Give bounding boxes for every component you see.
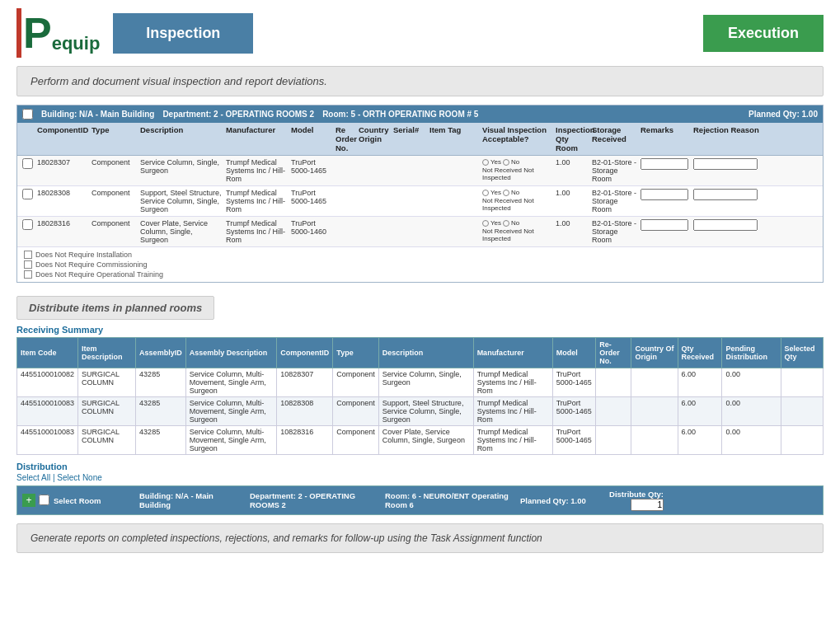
note-checkbox-1[interactable]: [24, 251, 32, 259]
recv-component-id-2: 10828316: [277, 426, 333, 455]
comp-remarks-2[interactable]: [641, 189, 690, 200]
recv-col-desc: Description: [378, 338, 473, 368]
radio-no-2[interactable]: [503, 190, 509, 196]
note-1: Does Not Require Installation: [24, 251, 816, 259]
logo-bar: [16, 8, 21, 58]
row-checkbox-3[interactable]: [22, 219, 34, 232]
comp-remarks-1[interactable]: [641, 158, 690, 170]
comp-id-1: 18028307: [37, 158, 88, 166]
recv-component-id-0: 10828307: [277, 368, 333, 397]
dist-checkbox[interactable]: [39, 495, 49, 505]
comp-type-3: Component: [92, 219, 137, 227]
col-componentid: ComponentID: [37, 125, 88, 152]
recv-col-component-id: ComponentID: [277, 338, 333, 368]
recv-country-1: [631, 397, 678, 426]
distribution-title: Distribution: [16, 462, 824, 471]
recv-assembly-desc-2: Service Column, Multi-Movement, Single A…: [185, 426, 277, 455]
note-checkbox-2[interactable]: [24, 260, 32, 269]
recv-col-mfr: Manufacturer: [473, 338, 552, 368]
radio-yes-3[interactable]: [482, 220, 489, 227]
distribute-title: Distribute items in planned rooms: [29, 302, 202, 314]
comp-rejection-1[interactable]: [693, 158, 759, 170]
description-2: Generate reports on completed inspection…: [16, 523, 824, 553]
radio-yes-2[interactable]: [482, 190, 489, 196]
recv-assembly-id-2: 43285: [136, 426, 186, 455]
recv-selected-1: [781, 397, 823, 426]
recv-model-0: TruPort 5000-1465: [552, 368, 596, 397]
distribute-desc-box: Distribute items in planned rooms: [16, 296, 214, 320]
recv-desc-2: Cover Plate, Service Column, Single, Sur…: [378, 426, 473, 455]
note-checkbox-3[interactable]: [24, 270, 32, 279]
recv-pending-0: 0.00: [722, 368, 781, 397]
recv-status-2: Not Received Not Inspected: [482, 197, 552, 212]
select-all-checkbox[interactable]: [22, 109, 33, 120]
select-none-link[interactable]: Select None: [57, 473, 101, 482]
recv-country-2: [631, 426, 678, 455]
recv-reorder-1: [596, 397, 631, 426]
row-checkbox-2[interactable]: [22, 189, 34, 201]
recv-item-code-0: 4455100010082: [17, 368, 78, 397]
recv-col-assembly-id: AssemblyID: [136, 338, 186, 368]
recv-desc-0: Service Column, Single, Surgeon: [378, 368, 473, 397]
recv-item-code-2: 4455100010083: [17, 426, 78, 455]
execution-button[interactable]: Execution: [703, 15, 824, 52]
receiving-summary-title: Receiving Summary: [16, 325, 824, 335]
col-checkbox: [22, 125, 34, 152]
radio-yes-1[interactable]: [482, 159, 489, 166]
recv-assembly-id-1: 43285: [136, 397, 186, 426]
recv-col-reorder: Re-Order No.: [596, 338, 631, 368]
add-room-button[interactable]: +: [22, 494, 35, 507]
inspection-table-header: Building: N/A - Main Building Department…: [17, 106, 823, 123]
comp-rejection-2[interactable]: [693, 189, 759, 200]
comp-remarks-3[interactable]: [641, 219, 690, 231]
dist-planned-qty: Planned Qty: 1.00: [520, 496, 594, 505]
comp-room-2: B2-01-Store - Storage Room: [592, 189, 637, 213]
comp-model-1: TruPort 5000-1465: [291, 158, 332, 175]
inspection-table-wrapper: Building: N/A - Main Building Department…: [16, 105, 824, 283]
header-room: Room: 5 - ORTH OPERATING ROOM # 5: [322, 110, 478, 119]
recv-col-qty: Qty Received: [678, 338, 722, 368]
col-manufacturer: Manufacturer: [226, 125, 288, 152]
col-description: Description: [140, 125, 223, 152]
logo-area: P equip Inspection: [16, 8, 253, 58]
comp-room-1: B2-01-Store - Storage Room: [592, 158, 637, 183]
inspection-button[interactable]: Inspection: [113, 13, 253, 54]
recv-item-code-1: 4455100010083: [17, 397, 78, 426]
recv-assembly-id-0: 43285: [136, 368, 186, 397]
dist-room: Room: 6 - NEURO/ENT Operating Room 6: [385, 491, 517, 509]
recv-reorder-2: [596, 426, 631, 455]
col-type: Type: [92, 125, 137, 152]
recv-type-2: Component: [333, 426, 379, 455]
header-building: Building: N/A - Main Building: [41, 110, 154, 119]
table-row: 18028308 Component Support, Steel Struct…: [17, 186, 823, 217]
dist-select-room: Select Room: [54, 496, 136, 505]
radio-no-1[interactable]: [503, 159, 509, 166]
recv-col-selected: Selected Qty: [781, 338, 823, 368]
recv-assembly-desc-1: Service Column, Multi-Movement, Single A…: [185, 397, 277, 426]
recv-header-row: Item Code Item Description AssemblyID As…: [17, 338, 824, 368]
recv-mfr-1: Trumpf Medical Systems Inc / Hill-Rom: [473, 397, 552, 426]
select-all-link[interactable]: Select All: [16, 473, 50, 482]
comp-visual-1: Yes No Not Received Not Inspected: [482, 158, 552, 181]
col-model: Model: [291, 125, 332, 152]
recv-country-0: [631, 368, 678, 397]
comp-id-3: 18028316: [37, 219, 88, 227]
dist-building: Building: N/A - Main Building: [139, 491, 246, 509]
row-checkbox-1[interactable]: [22, 158, 34, 171]
comp-rejection-3[interactable]: [693, 219, 759, 231]
recv-status-1: Not Received Not Inspected: [482, 166, 552, 181]
recv-status-3: Not Received Not Inspected: [482, 227, 552, 242]
comp-type-1: Component: [92, 158, 137, 166]
main-content: Building: N/A - Main Building Department…: [0, 105, 840, 515]
radio-no-3[interactable]: [503, 220, 509, 227]
recv-col-type: Type: [333, 338, 379, 368]
inspection-column-headers: ComponentID Type Description Manufacture…: [17, 123, 823, 156]
comp-desc-2: Support, Steel Structure, Service Column…: [140, 189, 223, 213]
recv-col-assembly-desc: Assembly Description: [185, 338, 277, 368]
recv-item-desc-1: SURGICAL COLUMN: [78, 397, 136, 426]
recv-reorder-0: [596, 368, 631, 397]
comp-desc-3: Cover Plate, Service Column, Single, Sur…: [140, 219, 223, 244]
header-department: Department: 2 - OPERATING ROOMS 2: [162, 110, 314, 119]
col-country: Country Origin: [359, 125, 390, 152]
distribute-qty-input[interactable]: [631, 499, 664, 511]
